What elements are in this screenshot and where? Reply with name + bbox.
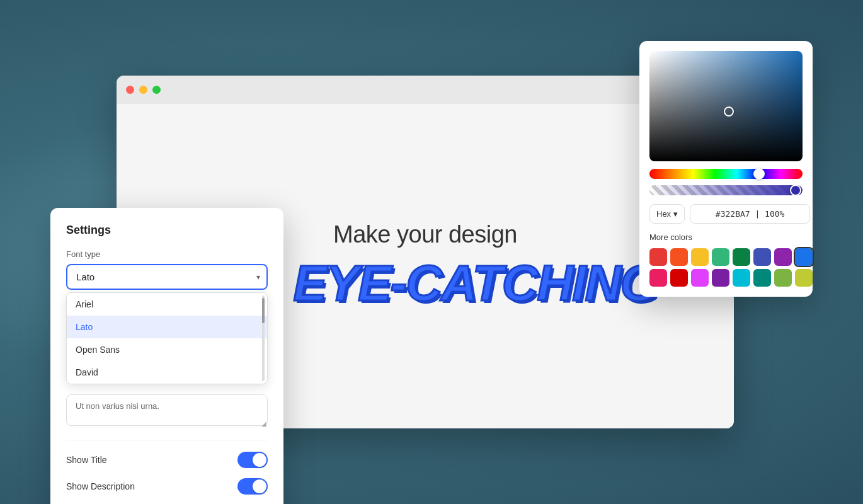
color-swatches: [649, 248, 803, 287]
traffic-light-red[interactable]: [126, 86, 134, 94]
more-colors-label: More colors: [649, 232, 803, 242]
font-select[interactable]: Lato Ariel Open Sans David: [66, 264, 268, 290]
dropdown-item-ariel[interactable]: Ariel: [67, 293, 267, 316]
format-select[interactable]: Hex ▾: [649, 204, 685, 224]
show-description-toggle[interactable]: [237, 478, 268, 495]
settings-title: Settings: [66, 224, 268, 237]
swatch-green[interactable]: [712, 248, 729, 266]
font-type-group: Font type Lato Ariel Open Sans David ▾ A…: [66, 249, 268, 384]
color-gradient[interactable]: [649, 51, 803, 161]
color-cursor: [724, 106, 734, 117]
textarea-group: Ut non varius nisi urna. ◢: [66, 394, 268, 428]
swatch-cyan[interactable]: [733, 269, 750, 287]
traffic-light-yellow[interactable]: [139, 86, 147, 94]
dropdown-item-lato[interactable]: Lato: [67, 316, 267, 338]
swatch-deep-red[interactable]: [670, 269, 688, 287]
traffic-light-green[interactable]: [152, 86, 161, 94]
resize-handle-icon: ◢: [261, 420, 266, 427]
description-textarea[interactable]: Ut non varius nisi urna.: [66, 394, 268, 426]
font-select-wrapper[interactable]: Lato Ariel Open Sans David ▾: [66, 264, 268, 290]
swatch-yellow-green[interactable]: [795, 269, 813, 287]
swatch-red[interactable]: [649, 248, 667, 266]
alpha-slider-container: [649, 185, 803, 195]
alpha-slider[interactable]: [649, 185, 803, 195]
alpha-gradient: [649, 185, 803, 195]
show-description-label: Show Description: [66, 481, 135, 491]
format-arrow-icon: ▾: [673, 209, 678, 219]
font-dropdown[interactable]: Ariel Lato Open Sans David: [66, 292, 268, 384]
show-title-toggle[interactable]: [237, 452, 268, 468]
swatch-indigo[interactable]: [753, 248, 771, 266]
swatch-dark-teal[interactable]: [753, 269, 771, 287]
swatch-violet[interactable]: [691, 269, 709, 287]
show-title-row: Show Title: [66, 452, 268, 468]
font-type-label: Font type: [66, 249, 268, 259]
dropdown-scroll-thumb: [262, 298, 265, 323]
hue-thumb: [753, 168, 765, 180]
swatch-purple[interactable]: [774, 248, 792, 266]
hex-row: Hex ▾: [649, 204, 803, 224]
dropdown-wrapper: Ariel Lato Open Sans David: [66, 292, 268, 384]
alpha-thumb: [790, 185, 801, 195]
swatch-orange[interactable]: [670, 248, 688, 266]
swatch-pink[interactable]: [649, 269, 667, 287]
hue-slider[interactable]: [649, 169, 803, 179]
dropdown-item-opensans[interactable]: Open Sans: [67, 338, 267, 361]
format-label: Hex: [656, 209, 671, 219]
divider: [66, 440, 268, 440]
swatch-deep-purple[interactable]: [712, 269, 729, 287]
show-description-row: Show Description: [66, 478, 268, 495]
swatch-lime[interactable]: [774, 269, 792, 287]
dropdown-scrollbar: [262, 295, 265, 381]
swatch-yellow[interactable]: [691, 248, 709, 266]
swatch-teal[interactable]: [733, 248, 750, 266]
show-title-label: Show Title: [66, 455, 107, 465]
dropdown-item-david[interactable]: David: [67, 361, 267, 384]
hue-slider-container: [649, 169, 803, 179]
color-picker-panel: Hex ▾ More colors: [639, 41, 813, 297]
hex-input[interactable]: [690, 204, 810, 224]
settings-panel: Settings Font type Lato Ariel Open Sans …: [50, 208, 283, 504]
swatch-blue[interactable]: [795, 248, 813, 266]
